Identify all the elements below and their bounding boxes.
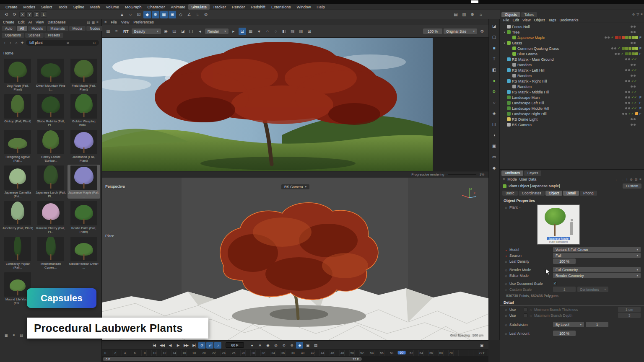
side-tool-icon[interactable]: ◪ (491, 23, 498, 30)
object-manager-header-icon[interactable]: ▽ (636, 13, 639, 16)
toolbar-icon[interactable]: ⟳ (11, 11, 18, 18)
render-pass-dropdown[interactable]: Beauty (132, 28, 161, 34)
coordinate-system-button[interactable]: L (41, 11, 47, 18)
browser-menu-item[interactable]: View (36, 20, 44, 24)
attribute-tab[interactable]: Detail (563, 191, 579, 196)
visibility-toggles[interactable] (625, 58, 630, 60)
render-toolbar-icon[interactable]: ∗ (255, 28, 263, 35)
transport-button[interactable]: ◀ (166, 342, 174, 349)
mode-label[interactable]: Mode (507, 177, 517, 181)
object-tree-row[interactable]: Japanese Maple ✓ F (500, 35, 644, 40)
object-tree-row[interactable]: Random (500, 73, 644, 78)
visibility-toggles[interactable] (625, 102, 630, 104)
browser-view-icon[interactable]: ▤ (87, 21, 90, 24)
menu-item[interactable]: Redshift (248, 4, 268, 10)
min-branch-field[interactable]: 1 cm (618, 307, 641, 312)
record-button[interactable]: ▤ (312, 342, 319, 349)
browser-view-icon[interactable]: ≡ (96, 21, 99, 24)
render-preview-viewport[interactable] (102, 38, 488, 171)
toolbar-icon[interactable]: ⊡ (135, 11, 143, 18)
object-tree-row[interactable]: Landscape Middle Hill ✓✓ F (500, 106, 644, 111)
current-frame-marker[interactable]: 60 (397, 351, 405, 354)
current-frame-field[interactable]: 60 F (226, 342, 244, 348)
tag-badge[interactable]: F (639, 112, 642, 116)
toolbar-icon[interactable]: ≈ (194, 11, 201, 18)
object-tree-row[interactable]: Landscape Left Hill ✓✓ F (500, 100, 644, 106)
visibility-toggles[interactable] (631, 42, 636, 44)
enabled-checks[interactable]: ✓✓ (631, 96, 637, 99)
user-data-label[interactable]: User Data (519, 177, 537, 181)
rt-mode-label[interactable]: RT (122, 29, 130, 34)
transport-button[interactable]: ◀◀ (158, 342, 166, 349)
asset-item[interactable]: Mediterranean Dwarf ... (68, 236, 100, 270)
render-toolbar-icon[interactable]: ▢ (187, 28, 195, 35)
subdivision-mode-dropdown[interactable]: By Level (553, 322, 584, 327)
footer-view-icon[interactable]: ≡ (11, 332, 17, 338)
plant-expand-icon[interactable]: › (519, 206, 520, 209)
object-tree-row[interactable]: Common Quaking Grass ✓ F (500, 46, 644, 51)
asset-item[interactable]: Japanese Camellia (Fal... (1, 165, 34, 199)
axis-lock-button[interactable]: Z (34, 11, 40, 18)
object-name[interactable]: Japanese Maple (517, 36, 545, 40)
object-manager-menu-item[interactable]: Edit (513, 18, 519, 22)
home-icon[interactable]: ⌂ (14, 41, 18, 45)
side-tool-icon[interactable]: ◧ (491, 66, 498, 73)
custom-scale-field[interactable]: 1 (553, 287, 576, 292)
enabled-checks[interactable]: ✓✓ (631, 57, 637, 61)
attribute-tab[interactable]: Object (545, 191, 563, 196)
render-toolbar-icon[interactable]: ◉ (162, 28, 170, 35)
toolbar-icon[interactable]: ⊘ (202, 11, 210, 18)
object-name[interactable]: Random (517, 74, 532, 78)
object-name[interactable]: Landscape Left Hill (512, 101, 544, 105)
browser-subtab[interactable]: Scenes (25, 33, 44, 38)
visibility-toggles[interactable] (615, 53, 620, 55)
enabled-checks[interactable]: ✓✓ (631, 101, 637, 105)
object-manager-menu-item[interactable]: View (522, 18, 530, 22)
object-name[interactable]: RS Matrix - Main Ground (512, 57, 554, 62)
render-toolbar-icon[interactable]: ▥ (297, 28, 305, 35)
browser-menu-item[interactable]: AI (29, 20, 32, 24)
side-tool-icon[interactable]: ■ (491, 44, 498, 52)
add-icon[interactable]: ✚ (20, 41, 24, 45)
object-name[interactable]: Random (517, 85, 532, 89)
enabled-checks[interactable]: ✓✓ (631, 79, 637, 83)
attributes-panel-tab[interactable]: Layers (524, 171, 542, 176)
object-tree-row[interactable]: Random (500, 62, 644, 67)
asset-item[interactable]: Hedgehog Agave (Fall... (1, 129, 34, 163)
side-tool-icon[interactable]: ▭ (491, 153, 498, 160)
browser-tab[interactable]: Auto (2, 26, 16, 31)
asset-item[interactable]: Golden Weeping Willo... (68, 93, 100, 127)
side-tool-icon[interactable]: ● (491, 77, 498, 84)
menu-item[interactable]: Create (3, 4, 21, 10)
object-tree-row[interactable]: ▾ Tree (500, 29, 644, 35)
record-button[interactable]: ⊚ (288, 342, 295, 349)
editor-mode-dropdown[interactable]: Render Geometry (553, 273, 641, 278)
record-button[interactable]: ⊙ (280, 342, 287, 349)
tag-badge[interactable]: F (639, 106, 642, 110)
render-toolbar-icon[interactable]: ▤ (171, 28, 178, 35)
menu-item[interactable]: Render (229, 4, 248, 10)
tag-badge[interactable]: F (639, 47, 642, 50)
browser-subtab[interactable]: Presets (44, 33, 63, 38)
visibility-toggles[interactable] (622, 113, 627, 115)
visibility-toggles[interactable] (605, 36, 610, 39)
object-tree-row[interactable]: ▾ Grass (500, 40, 644, 46)
filter-lock-icon[interactable]: ⊡ (93, 41, 96, 45)
render-toolbar-icon[interactable]: ⊡ (239, 28, 246, 35)
render-toolbar-icon[interactable]: ▦ (104, 28, 112, 35)
object-name[interactable]: Landscape Middle Hill (512, 106, 549, 111)
tag-badge[interactable]: F (639, 101, 642, 105)
perspective-viewport[interactable]: Perspective RS Camera Place Grid Spacing… (102, 178, 488, 340)
browser-menu-item[interactable]: Databases (47, 20, 65, 24)
visibility-toggles[interactable] (631, 64, 636, 66)
toolbar-icon[interactable]: ⚙ (469, 11, 476, 18)
menu-item[interactable]: Tracker (210, 4, 229, 10)
render-history-dropdown[interactable]: Render (205, 28, 229, 34)
render-toolbar-icon[interactable]: ▦ (247, 28, 254, 35)
toolbar-icon[interactable]: ⌂ (477, 11, 485, 18)
object-name[interactable]: RS Dome Light (512, 117, 538, 122)
prev-render-icon[interactable]: ◂ (196, 28, 204, 35)
render-toolbar-icon[interactable]: ○ (264, 28, 271, 35)
leaf-amount-field[interactable]: 100 % (553, 331, 576, 336)
enabled-checks[interactable]: ✓✓ (631, 106, 637, 110)
